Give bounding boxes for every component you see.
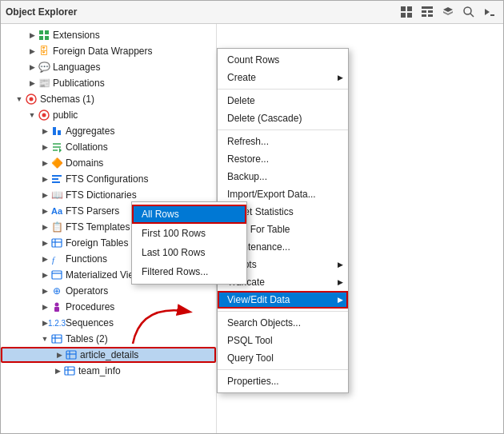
refresh-label: Refresh... bbox=[227, 136, 269, 147]
grid-icon[interactable] bbox=[398, 3, 415, 21]
tree-item-languages[interactable]: ▶ 💬 Languages bbox=[1, 59, 216, 75]
tree-item-public[interactable]: ▼ public bbox=[1, 107, 216, 123]
toggle-extensions[interactable]: ▶ bbox=[26, 30, 38, 41]
menu-import-export[interactable]: Import/Export Data... bbox=[218, 185, 348, 203]
tables-label: Tables (2) bbox=[66, 333, 216, 344]
domains-label: Domains bbox=[66, 157, 216, 169]
menu-erd[interactable]: ERD For Table bbox=[218, 221, 348, 238]
collations-icon bbox=[50, 141, 63, 153]
tree-item-article-details[interactable]: ▶ article_details bbox=[1, 347, 216, 363]
svg-rect-27 bbox=[52, 178, 58, 180]
procedures-icon bbox=[50, 301, 63, 313]
toggle-fts-templates[interactable]: ▶ bbox=[39, 221, 50, 233]
toggle-tables[interactable]: ▼ bbox=[39, 333, 50, 344]
tree-item-fts-parsers[interactable]: ▶ Aa FTS Parsers bbox=[1, 203, 216, 219]
menu-maintenance[interactable]: Maintenance... bbox=[218, 238, 348, 256]
menu-backup[interactable]: Backup... bbox=[218, 168, 348, 185]
tree-item-fts-templates[interactable]: ▶ 📋 FTS Templates bbox=[1, 219, 216, 235]
menu-delete-cascade[interactable]: Delete (Cascade) bbox=[218, 109, 348, 127]
truncate-label: Truncate bbox=[227, 277, 265, 288]
operators-icon: ⊕ bbox=[50, 285, 63, 297]
toggle-public[interactable]: ▼ bbox=[26, 109, 38, 121]
tree-item-aggregates[interactable]: ▶ Aggregates bbox=[1, 123, 216, 139]
toggle-domains[interactable]: ▶ bbox=[39, 157, 50, 169]
search-icon[interactable] bbox=[460, 3, 478, 21]
svg-rect-28 bbox=[52, 181, 60, 183]
tree-item-domains[interactable]: ▶ 🔶 Domains bbox=[1, 155, 216, 171]
svg-rect-36 bbox=[54, 307, 59, 312]
toggle-fdw[interactable]: ▶ bbox=[26, 46, 38, 57]
menu-query-tool[interactable]: Query Tool bbox=[218, 349, 348, 367]
menu-count-rows[interactable]: Count Rows bbox=[218, 51, 348, 69]
menu-create[interactable]: Create bbox=[218, 69, 348, 86]
foreign-tables-label: Foreign Tables bbox=[66, 237, 216, 249]
tree-item-schemas[interactable]: ▼ Schemas (1) bbox=[1, 91, 216, 107]
menu-restore[interactable]: Restore... bbox=[218, 150, 348, 168]
scripts-label: Scripts bbox=[227, 259, 257, 270]
menu-delete[interactable]: Delete bbox=[218, 92, 348, 109]
psql-tool-label: PSQL Tool bbox=[227, 335, 273, 346]
tree-item-team-info[interactable]: ▶ team_info bbox=[1, 363, 216, 379]
menu-truncate[interactable]: Truncate bbox=[218, 273, 348, 291]
toggle-aggregates[interactable]: ▶ bbox=[39, 125, 50, 137]
svg-rect-16 bbox=[45, 30, 49, 34]
functions-label: Functions bbox=[66, 253, 216, 265]
context-menu: Count Rows Create Delete Delete (Cascade… bbox=[217, 48, 349, 393]
menu-search-objects[interactable]: Search Objects... bbox=[218, 314, 348, 332]
svg-point-11 bbox=[464, 7, 471, 14]
toggle-fts-parsers[interactable]: ▶ bbox=[39, 205, 50, 217]
layers-icon[interactable] bbox=[439, 3, 457, 21]
separator-3 bbox=[218, 311, 348, 312]
tree-item-fts-config[interactable]: ▶ FTS Configurations bbox=[1, 171, 216, 187]
terminal-icon[interactable] bbox=[481, 3, 498, 21]
svg-rect-24 bbox=[58, 130, 61, 135]
toggle-languages[interactable]: ▶ bbox=[26, 62, 38, 73]
toggle-fts-dict[interactable]: ▶ bbox=[39, 189, 50, 201]
search-objects-label: Search Objects... bbox=[227, 317, 301, 328]
toggle-foreign-tables[interactable]: ▶ bbox=[39, 237, 50, 249]
tree-item-fts-dict[interactable]: ▶ 📖 FTS Dictionaries bbox=[1, 187, 216, 203]
toggle-mat-views[interactable]: ▶ bbox=[39, 269, 50, 281]
toggle-fts-config[interactable]: ▶ bbox=[39, 173, 50, 185]
toggle-team-info[interactable]: ▶ bbox=[52, 365, 63, 376]
tree-item-foreign-tables[interactable]: ▶ Foreign Tables bbox=[1, 235, 216, 251]
tree-item-procedures[interactable]: ▶ Procedures bbox=[1, 299, 216, 315]
svg-rect-23 bbox=[53, 127, 56, 135]
reset-stats-label: Reset Statistics bbox=[227, 206, 294, 217]
menu-properties[interactable]: Properties... bbox=[218, 372, 348, 390]
menu-refresh[interactable]: Refresh... bbox=[218, 133, 348, 150]
public-icon bbox=[38, 109, 50, 121]
toggle-operators[interactable]: ▶ bbox=[39, 285, 50, 297]
toggle-publications[interactable]: ▶ bbox=[26, 78, 38, 89]
tree-item-operators[interactable]: ▶ ⊕ Operators bbox=[1, 283, 216, 299]
menu-psql-tool[interactable]: PSQL Tool bbox=[218, 332, 348, 349]
tree-item-sequences[interactable]: ▶ 1.2.3 Sequences bbox=[1, 315, 216, 331]
team-info-icon bbox=[63, 364, 76, 377]
svg-rect-33 bbox=[52, 271, 62, 279]
tables-icon bbox=[50, 332, 63, 345]
svg-rect-43 bbox=[65, 367, 74, 375]
window-title: Object Explorer bbox=[6, 6, 394, 18]
separator-4 bbox=[218, 369, 348, 370]
fts-dict-icon: 📖 bbox=[50, 189, 63, 201]
toggle-procedures[interactable]: ▶ bbox=[39, 301, 50, 313]
toggle-article-details[interactable]: ▶ bbox=[54, 349, 65, 360]
tree-item-publications[interactable]: ▶ 📰 Publications bbox=[1, 75, 216, 91]
tree-item-fdw[interactable]: ▶ 🗄 Foreign Data Wrappers bbox=[1, 43, 216, 59]
menu-reset-stats[interactable]: Reset Statistics bbox=[218, 203, 348, 221]
menu-view-edit[interactable]: View/Edit Data bbox=[218, 291, 348, 309]
toolbar-icons bbox=[398, 3, 498, 21]
toggle-collations[interactable]: ▶ bbox=[39, 141, 50, 153]
tree-item-extensions[interactable]: ▶ Extensions bbox=[1, 27, 216, 43]
tree-item-functions[interactable]: ▶ f Functions bbox=[1, 251, 216, 267]
table-icon[interactable] bbox=[418, 3, 436, 21]
svg-rect-3 bbox=[407, 13, 412, 18]
toggle-schemas[interactable]: ▼ bbox=[14, 94, 25, 105]
mat-views-label: Materialized Views bbox=[66, 269, 216, 281]
tree-item-tables[interactable]: ▼ Tables (2) bbox=[1, 331, 216, 347]
tree-item-mat-views[interactable]: ▶ Materialized Views bbox=[1, 267, 216, 283]
menu-scripts[interactable]: Scripts bbox=[218, 256, 348, 273]
languages-label: Languages bbox=[53, 62, 216, 73]
toggle-functions[interactable]: ▶ bbox=[39, 253, 50, 265]
tree-item-collations[interactable]: ▶ Collations bbox=[1, 139, 216, 155]
